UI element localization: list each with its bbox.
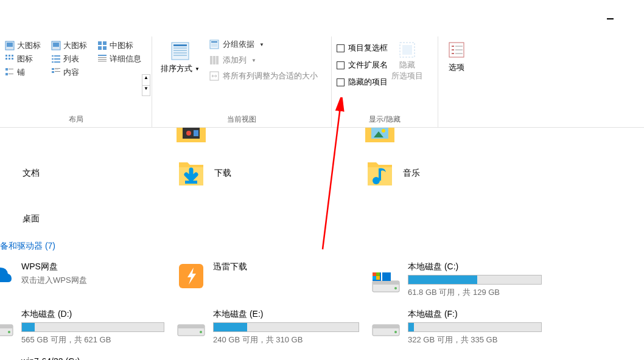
item-checkboxes-toggle[interactable]: 项目复选框 [337,43,388,54]
options-button[interactable]: 选项 [447,40,466,73]
minimize-button[interactable] [607,18,614,19]
svg-rect-3 [53,43,59,47]
label: 排序方式 [161,63,192,74]
drive-icon [0,320,14,342]
svg-rect-22 [98,59,107,60]
view-medium-icons[interactable]: 中图标 [96,39,152,52]
folder-videos[interactable] [177,128,365,142]
label: 铺 [17,67,25,78]
svg-rect-81 [376,276,380,280]
svg-rect-48 [402,45,412,55]
drive-xunlei[interactable]: 迅雷下载 [177,261,371,298]
view-small-icons[interactable]: 图标 [4,52,50,66]
drive-g[interactable]: win7-64/32 (G:) [0,356,177,360]
svg-rect-20 [98,55,107,56]
list-icon [51,54,61,64]
hidden-items-toggle[interactable]: 隐藏的项目 [337,77,388,88]
drive-wps[interactable]: WPS网盘 双击进入WPS网盘 [0,261,177,298]
svg-rect-35 [173,47,187,49]
svg-rect-42 [211,46,217,46]
tiles-icon [5,68,15,77]
folder-music[interactable]: 音乐 [365,146,548,201]
group-by-button[interactable]: 分组依据▼ [209,39,318,50]
label: 下载 [214,168,231,179]
label: 迅雷下载 [213,261,359,272]
label: 所选项目 [391,71,423,81]
label: 565 GB 可用，共 621 GB [21,334,164,345]
sort-button[interactable]: 排序方式▼ [156,39,205,81]
view-list[interactable]: 列表 [50,52,96,66]
svg-rect-45 [216,56,219,64]
checkbox-icon [337,78,345,86]
group-by-icon [209,40,219,49]
svg-rect-11 [5,58,7,60]
music-icon [365,159,394,188]
label: 列表 [63,54,79,64]
svg-rect-30 [55,69,58,70]
label: 桌面 [23,213,40,224]
svg-rect-57 [194,130,198,136]
svg-rect-41 [211,44,217,44]
drive-c[interactable]: 本地磁盘 (C:) 61.8 GB 可用，共 129 GB [371,261,554,298]
svg-rect-43 [210,56,212,64]
group-label: 布局 [0,114,152,125]
hide-icon [397,40,417,60]
view-large-icons[interactable]: 大图标 [50,39,96,52]
small-icons-icon [5,54,15,64]
view-details[interactable]: 详细信息 [96,52,152,66]
svg-rect-26 [5,73,8,75]
svg-rect-6 [98,46,102,50]
svg-rect-5 [103,41,107,45]
svg-rect-9 [9,55,10,57]
folder-desktop[interactable]: 桌面 [0,201,177,237]
folder-pictures[interactable] [365,128,548,142]
medium-icons-icon [97,41,107,50]
label: 文件扩展名 [348,60,388,71]
folder-documents[interactable]: 文档 [0,146,177,201]
layout-scroller[interactable]: ▲ ▼ [142,74,150,96]
svg-rect-24 [5,68,8,71]
sort-icon [170,41,190,61]
label: 本地磁盘 (C:) [408,261,542,272]
view-tiles[interactable]: 铺 [4,66,50,79]
svg-point-75 [394,287,397,289]
drive-f[interactable]: 本地磁盘 (F:) 322 GB 可用，共 335 GB [371,309,554,345]
hide-selected-button[interactable]: 隐藏 所选项目 [388,39,427,88]
chevron-down-icon: ▼ [251,58,256,63]
svg-rect-83 [0,325,13,328]
svg-rect-14 [52,55,54,57]
svg-rect-16 [52,58,54,60]
checkbox-icon [337,61,345,69]
usage-bar [408,322,542,332]
drive-d[interactable]: 本地磁盘 (D:) 565 GB 可用，共 621 GB [0,309,177,345]
file-extensions-toggle[interactable]: 文件扩展名 [337,60,388,71]
svg-rect-21 [98,57,107,58]
fit-columns-button[interactable]: 将所有列调整为合适的大小 [209,71,318,81]
label: 分组依据 [223,39,254,50]
svg-rect-51 [455,49,463,50]
ribbon-group-options: 选项 [438,36,475,127]
svg-rect-4 [98,41,102,45]
view-xlarge-icons[interactable]: 大图标 [4,39,50,52]
svg-rect-79 [376,272,380,276]
label: win7-64/32 (G:) [21,356,164,360]
svg-rect-80 [373,276,376,280]
svg-rect-74 [373,281,399,285]
label: WPS网盘 [21,261,164,272]
chevron-down-icon: ▼ [259,42,264,47]
devices-section-header[interactable]: 备和驱动器 (7) [0,237,644,258]
label: 音乐 [403,168,420,179]
ribbon-group-layout: 大图标 大图标 中图标 图标 列表 详细信息 [0,36,152,127]
svg-rect-32 [55,71,60,72]
large-icons-icon [51,41,61,50]
label: 大图标 [63,40,87,51]
folder-downloads[interactable]: 下载 [177,146,365,201]
svg-rect-86 [178,325,205,328]
svg-rect-15 [54,55,60,57]
svg-rect-67 [185,181,197,184]
label: 隐藏 [399,60,415,71]
view-content[interactable]: 内容 [50,66,96,79]
drive-e[interactable]: 本地磁盘 (E:) 240 GB 可用，共 310 GB [177,309,371,345]
svg-rect-28 [52,68,54,70]
add-columns-button[interactable]: 添加列▼ [209,55,318,66]
